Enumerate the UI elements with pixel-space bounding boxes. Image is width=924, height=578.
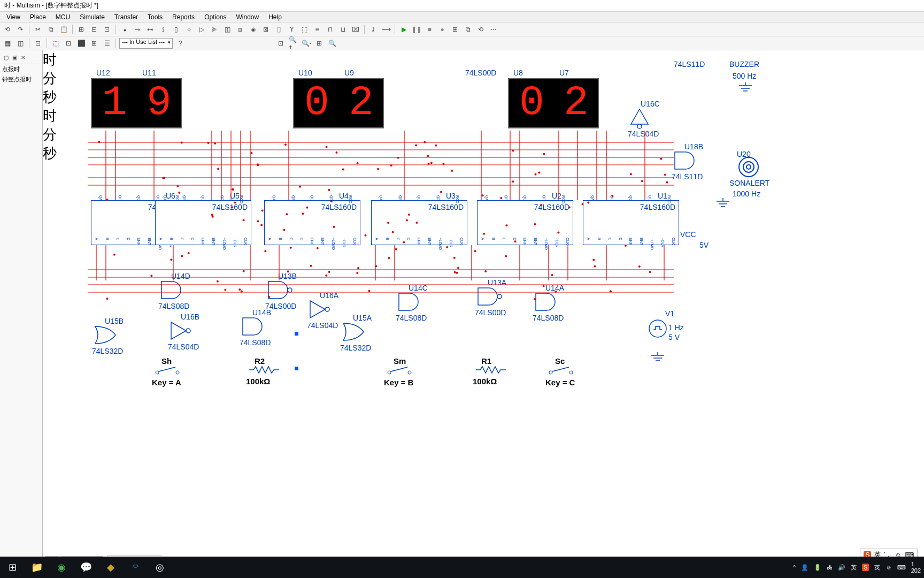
- stop-button[interactable]: ■: [424, 24, 435, 35]
- menu-window[interactable]: Window: [232, 12, 263, 22]
- in-use-list-combo[interactable]: --- In Use List ---: [119, 38, 173, 49]
- component-icon[interactable]: ⟐: [183, 24, 194, 35]
- gate-U13A[interactable]: [477, 287, 504, 310]
- panel-btn[interactable]: ▢: [2, 54, 10, 61]
- ic-U4[interactable]: 74LS160D QAQBQCQDRCO ABCDENPENT~LOAD~CLR…: [264, 200, 360, 245]
- toolbar-btn[interactable]: ⤸: [368, 24, 379, 35]
- zoom-out-icon[interactable]: 🔍-: [301, 38, 312, 49]
- toolbar-btn[interactable]: ⊡: [102, 24, 112, 35]
- component-icon[interactable]: ⧇: [235, 24, 245, 35]
- menu-simulate[interactable]: Simulate: [75, 12, 109, 22]
- source-v1[interactable]: [648, 319, 667, 340]
- gate-U16C[interactable]: [630, 108, 657, 131]
- toolbar-btn[interactable]: ⟲: [475, 24, 486, 35]
- gate-U13B[interactable]: [267, 280, 294, 303]
- menu-tools[interactable]: Tools: [143, 12, 167, 22]
- component-icon[interactable]: ⊷: [145, 24, 156, 35]
- toolbar-btn[interactable]: ⧉: [463, 24, 473, 35]
- paste-icon[interactable]: 📋: [58, 24, 69, 35]
- wechat-icon[interactable]: 💬: [74, 557, 98, 578]
- sonalert-u20[interactable]: [738, 156, 759, 179]
- tray-icon[interactable]: 🔋: [814, 564, 821, 571]
- component-icon[interactable]: ⊠: [260, 24, 271, 35]
- tray-ime2[interactable]: 英: [874, 564, 880, 572]
- component-icon[interactable]: ⊔: [337, 24, 348, 35]
- help-icon[interactable]: ?: [175, 38, 186, 49]
- component-icon[interactable]: ⬚: [299, 24, 310, 35]
- menu-mcu[interactable]: MCU: [51, 12, 74, 22]
- toolbar-btn[interactable]: ⊟: [89, 24, 99, 35]
- switch-Sc[interactable]: [549, 366, 575, 376]
- component-icon[interactable]: ◈: [248, 24, 258, 35]
- menu-transfer[interactable]: Transfer: [110, 12, 142, 22]
- app-icon[interactable]: ◆: [98, 557, 123, 578]
- run-button[interactable]: ▶: [398, 24, 409, 35]
- toolbar-btn[interactable]: ⊡: [33, 38, 43, 49]
- file-explorer-icon[interactable]: 📁: [25, 557, 49, 578]
- switch-Sm[interactable]: [387, 366, 414, 376]
- menu-view[interactable]: View: [2, 12, 25, 22]
- tray-time[interactable]: 1202: [911, 561, 921, 574]
- zoom-fit-icon[interactable]: ⊞: [314, 38, 325, 49]
- component-icon[interactable]: Ү: [286, 24, 297, 35]
- component-icon[interactable]: ▷: [196, 24, 207, 35]
- toolbar-btn[interactable]: ◫: [15, 38, 26, 49]
- gate-U15A[interactable]: [342, 322, 369, 345]
- tray-ime-icon[interactable]: S: [862, 564, 869, 571]
- tray-up-icon[interactable]: ^: [793, 564, 796, 571]
- switch-Sh[interactable]: [155, 366, 182, 376]
- toolbar-btn[interactable]: ⊞: [450, 24, 460, 35]
- zoom-icon[interactable]: 🔍: [327, 38, 337, 49]
- tray-keyboard-icon[interactable]: ⌨: [897, 564, 906, 571]
- menu-reports[interactable]: Reports: [168, 12, 199, 22]
- resistor-R1[interactable]: [476, 366, 506, 375]
- ic-U1[interactable]: 74LS160D QAQBQCQDRCO ABCDENPENT~LOAD~CLR…: [583, 200, 679, 245]
- component-icon[interactable]: ⟟: [158, 24, 168, 35]
- zoom-area-icon[interactable]: ⊡: [275, 38, 286, 49]
- tray-volume-icon[interactable]: 🔊: [838, 564, 845, 571]
- tray-network-icon[interactable]: 🖧: [827, 564, 833, 571]
- tray-emoji-icon[interactable]: ☺: [886, 564, 891, 571]
- obs-icon[interactable]: ◎: [148, 557, 172, 578]
- resistor-R2[interactable]: [249, 366, 279, 375]
- schematic-canvas[interactable]: U12 U11 19 时U10 U9 02 分U8 U7 02 秒U6 74LS…: [43, 50, 924, 575]
- component-icon[interactable]: ≡: [312, 24, 322, 35]
- gate-U14B[interactable]: [242, 317, 268, 340]
- toolbar-btn[interactable]: ⬚: [50, 38, 61, 49]
- toolbar-btn[interactable]: ⊡: [63, 38, 74, 49]
- ic-U3[interactable]: 74LS160D QAQBQCQDRCO ABCDENPENT~LOAD~CLR…: [371, 200, 467, 245]
- gate-U14A[interactable]: [535, 292, 561, 315]
- copy-icon[interactable]: ⧉: [45, 24, 56, 35]
- component-icon[interactable]: ⬥: [119, 24, 130, 35]
- panel-close-icon[interactable]: ✕: [19, 54, 27, 61]
- component-icon[interactable]: ⌷: [273, 24, 284, 35]
- menu-place[interactable]: Place: [26, 12, 50, 22]
- gate-U16A[interactable]: [309, 300, 336, 323]
- cut-icon[interactable]: ✂: [33, 24, 43, 35]
- seven-seg-second[interactable]: 02: [508, 78, 599, 128]
- record-button[interactable]: ●: [437, 24, 448, 35]
- toolbar-btn[interactable]: ↷: [15, 24, 26, 35]
- gate-U14C[interactable]: [398, 292, 425, 315]
- start-button[interactable]: ⊞: [0, 557, 25, 578]
- menu-help[interactable]: Help: [264, 12, 286, 22]
- panel-btn[interactable]: ▣: [11, 54, 18, 61]
- ic-U5[interactable]: 74LS160D QAQBQCQDRCO ABCDENPENT~LOAD~CLR…: [155, 200, 251, 245]
- seven-seg-minute[interactable]: 02: [293, 78, 384, 128]
- component-icon[interactable]: ⊸: [132, 24, 143, 35]
- toolbar-btn[interactable]: ⋯: [488, 24, 499, 35]
- toolbar-btn[interactable]: ▦: [2, 38, 13, 49]
- component-icon[interactable]: ⫸: [209, 24, 220, 35]
- ic-U2[interactable]: 74LS160D QAQBQCQDRCO ABCDENPENT~LOAD~CLR…: [477, 200, 573, 245]
- gate-U16B[interactable]: [170, 321, 197, 344]
- component-icon[interactable]: ◫: [222, 24, 233, 35]
- toolbar-btn[interactable]: ⟿: [381, 24, 391, 35]
- menu-options[interactable]: Options: [200, 12, 230, 22]
- toolbar-btn[interactable]: ⟲: [2, 24, 13, 35]
- gate-U14D[interactable]: [160, 280, 187, 303]
- toolbar-btn[interactable]: ⊞: [89, 38, 99, 49]
- chrome-icon[interactable]: ◉: [49, 557, 74, 578]
- gate-U15B[interactable]: [94, 325, 121, 348]
- toolbar-btn[interactable]: ☰: [102, 38, 112, 49]
- side-item[interactable]: 点报时: [2, 64, 40, 74]
